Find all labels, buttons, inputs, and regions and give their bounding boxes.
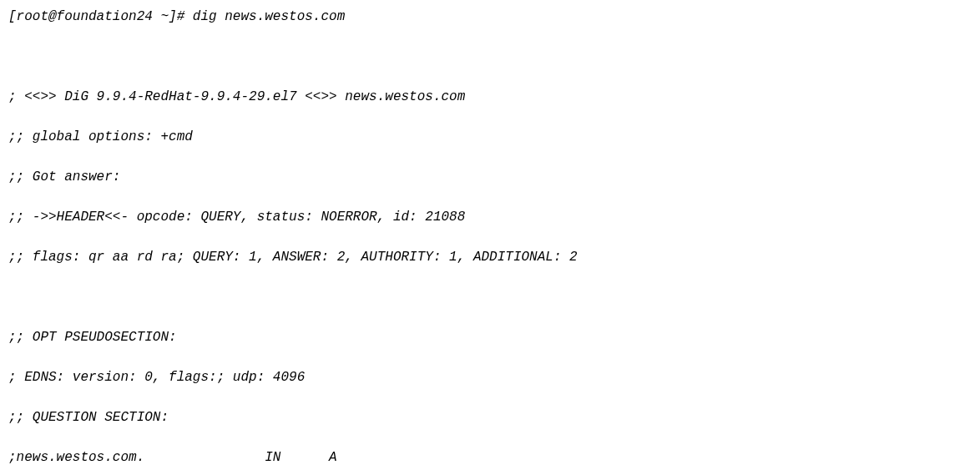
shell-prompt: [root@foundation24 ~]#: [8, 9, 193, 24]
global-options: ;; global options: +cmd: [8, 127, 972, 147]
got-answer: ;; Got answer:: [8, 167, 972, 187]
command-text: dig news.westos.com: [193, 9, 345, 24]
edns-line: ; EDNS: version: 0, flags:; udp: 4096: [8, 367, 972, 387]
blank-line: [8, 287, 972, 307]
dig-banner: ; <<>> DiG 9.9.4-RedHat-9.9.4-29.el7 <<>…: [8, 87, 972, 107]
flags-line: ;; flags: qr aa rd ra; QUERY: 1, ANSWER:…: [8, 247, 972, 267]
question-row: ;news.westos.com. IN A: [8, 447, 972, 465]
header-status: ;; ->>HEADER<<- opcode: QUERY, status: N…: [8, 207, 972, 227]
terminal-output: [root@foundation24 ~]# dig news.westos.c…: [0, 0, 980, 465]
prompt-line[interactable]: [root@foundation24 ~]# dig news.westos.c…: [8, 7, 972, 27]
question-title: ;; QUESTION SECTION:: [8, 407, 972, 427]
opt-title: ;; OPT PSEUDOSECTION:: [8, 327, 972, 347]
blank-line: [8, 47, 972, 67]
